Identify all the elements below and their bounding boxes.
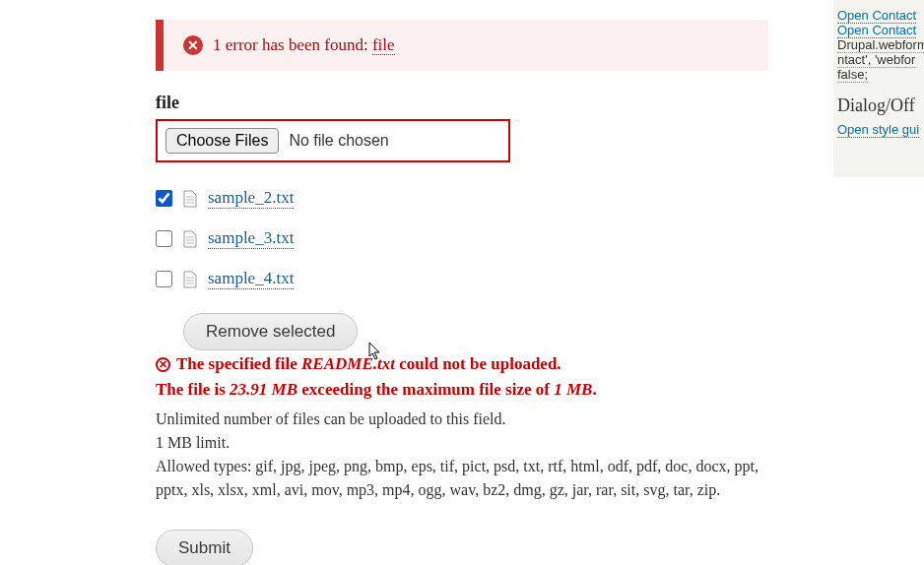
help-line2: 1 MB limit. (156, 431, 768, 455)
size-error-p2: exceeding the maximum file size of (297, 380, 554, 399)
sidebar-link-3[interactable]: Open style gui (837, 122, 919, 138)
sidebar-code-1: Drupal.webform (837, 37, 924, 53)
remove-selected-button[interactable]: Remove selected (183, 313, 358, 350)
help-line1: Unlimited number of files can be uploade… (156, 408, 768, 431)
sidebar-right: Open Contact Open Contact Drupal.webform… (833, 0, 924, 177)
sidebar-code-3: false; (837, 67, 868, 83)
error-banner: ✕ 1 error has been found: file (156, 20, 768, 71)
file-input[interactable]: Choose Files No file chosen (156, 119, 510, 162)
help-line3: Allowed types: gif, jpg, jpeg, png, bmp,… (156, 455, 768, 502)
file-checkbox[interactable] (156, 190, 172, 207)
error-message: 1 error has been found: file (213, 35, 395, 55)
file-link[interactable]: sample_3.txt (208, 228, 294, 249)
file-checkbox[interactable] (156, 230, 172, 247)
upload-error-filename: README.txt (301, 354, 395, 373)
file-row: sample_4.txt (156, 261, 768, 301)
error-prefix: 1 error has been found: (213, 35, 368, 54)
file-row: sample_2.txt (156, 180, 768, 220)
upload-error-suffix: could not be uploaded. (395, 354, 561, 373)
file-link[interactable]: sample_4.txt (208, 269, 294, 289)
document-icon (182, 230, 198, 248)
sidebar-code-2: ntact', 'webfor (837, 52, 915, 68)
document-icon (182, 190, 198, 208)
field-label: file (156, 93, 768, 113)
file-row: sample_3.txt (156, 220, 768, 261)
error-icon: ✕ (183, 35, 203, 55)
document-icon (182, 271, 198, 288)
submit-button[interactable]: Submit (156, 530, 253, 565)
file-list: sample_2.txtsample_3.txtsample_4.txt (156, 180, 768, 301)
upload-error-prefix: The specified file (176, 354, 301, 373)
file-link[interactable]: sample_2.txt (208, 188, 294, 209)
upload-error: ✕ The specified file README.txt could no… (156, 354, 768, 374)
size-error-p3: . (592, 380, 596, 399)
choose-files-button[interactable]: Choose Files (165, 128, 279, 154)
help-text: Unlimited number of files can be uploade… (156, 408, 768, 502)
no-file-text: No file chosen (289, 132, 388, 150)
size-error-p1: The file is (156, 380, 230, 399)
size-error-size: 23.91 MB (230, 380, 297, 399)
size-error-limit: 1 MB (554, 380, 592, 399)
sidebar-link-1[interactable]: Open Contact (837, 8, 916, 24)
error-circle-icon: ✕ (156, 357, 170, 372)
sidebar-link-2[interactable]: Open Contact (837, 23, 916, 38)
size-error: The file is 23.91 MB exceeding the maxim… (156, 380, 768, 400)
error-field-link[interactable]: file (372, 35, 395, 55)
file-checkbox[interactable] (156, 271, 172, 287)
sidebar-heading: Dialog/Off (837, 95, 920, 116)
